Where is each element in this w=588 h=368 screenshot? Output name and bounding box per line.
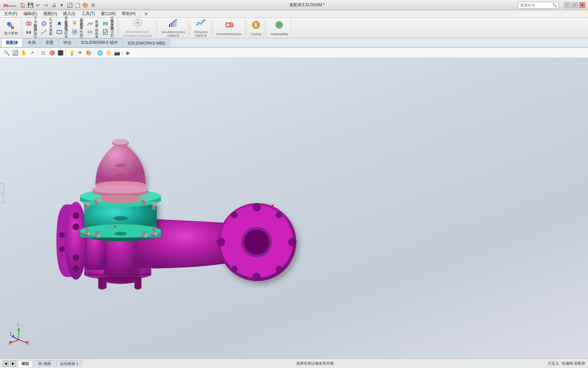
driveworksxpress-label: DriveWorksXpress <box>217 32 242 36</box>
status-tab-motion[interactable]: 运动算例 1 <box>56 360 82 367</box>
view-scene-icon[interactable]: 🌐 <box>96 49 104 57</box>
status-tab-3dview[interactable]: 3D 视图 <box>34 360 55 367</box>
view-more-icon[interactable]: ▶ <box>124 49 132 57</box>
tab-solidworks-mbd[interactable]: SOLIDWORKS MBD <box>123 39 170 47</box>
compare-docs-icon <box>102 20 108 27</box>
svg-point-115 <box>115 232 127 235</box>
window-controls[interactable]: ─ □ ✕ <box>564 2 585 8</box>
section-props-icon <box>56 29 62 35</box>
check-active-doc-button[interactable]: 检查激活的文档 <box>101 28 116 36</box>
check-active-doc-icon <box>102 29 108 35</box>
menu-file[interactable]: 文件(F) <box>1 10 20 17</box>
toolbar-separator-3 <box>157 21 157 35</box>
pan-icon[interactable]: ✋ <box>20 49 27 57</box>
svg-point-7 <box>28 22 31 25</box>
3dexperience-icon <box>133 18 143 30</box>
svg-point-67 <box>276 212 283 218</box>
zoom-icon[interactable]: 🔍 <box>3 49 10 57</box>
home-icon[interactable]: 🏠 <box>19 2 26 9</box>
svg-rect-30 <box>103 30 107 34</box>
rebuild-icon[interactable]: 🔄 <box>66 2 73 9</box>
realview-icon[interactable]: 🔆 <box>105 49 112 57</box>
svg-line-120 <box>10 340 19 343</box>
svg-point-68 <box>276 266 283 273</box>
toolbar-separator-1 <box>22 21 22 35</box>
menu-extra[interactable]: ✕ <box>141 11 151 17</box>
svg-point-114 <box>93 185 149 194</box>
menu-tools[interactable]: 工具(T) <box>79 10 97 17</box>
svg-point-40 <box>204 20 206 21</box>
left-panel-toggle[interactable]: › <box>0 183 4 203</box>
appearance-view-icon[interactable]: 🎨 <box>85 49 92 57</box>
prev-tab-button[interactable]: ◀ <box>3 361 9 367</box>
save-icon[interactable]: 💾 <box>27 2 34 9</box>
svg-rect-28 <box>106 22 108 25</box>
costing-icon[interactable]: $ <box>251 20 261 32</box>
tab-assembly[interactable]: 装配体 <box>1 38 22 47</box>
tab-evaluate[interactable]: 评估 <box>59 38 76 47</box>
minimize-button[interactable]: ─ <box>564 2 570 8</box>
menu-separator <box>140 11 141 17</box>
view-orient-icon[interactable]: 🎯 <box>48 49 56 57</box>
redo-icon[interactable]: ↪ <box>43 2 49 9</box>
svg-marker-127 <box>17 328 20 331</box>
svg-point-55 <box>73 254 79 261</box>
print-icon[interactable]: 🖨 <box>50 2 57 9</box>
3d-viewport[interactable]: › X X Y Z <box>0 58 588 358</box>
driveworksxpress-icon[interactable] <box>224 20 235 32</box>
menu-window[interactable]: 窗口(W) <box>98 10 118 17</box>
options-icon[interactable]: ▼ <box>58 2 65 9</box>
file-props-icon[interactable]: 📋 <box>74 2 81 9</box>
menu-help[interactable]: 帮助(H) <box>119 10 138 17</box>
hole-align-label: 孔对齐 <box>48 18 54 29</box>
floxpress-icon[interactable] <box>196 18 206 30</box>
toolbar-group-driveworksxpress: DriveWorksXpress <box>214 18 245 38</box>
svg-point-108 <box>115 164 126 167</box>
assembly-perf-button[interactable]: 装配体性能评估 <box>71 28 86 36</box>
menu-view[interactable]: 视图(V) <box>41 10 60 17</box>
status-message: 选择实体以修改其外观 <box>83 361 546 366</box>
symmetry-check-button[interactable]: 对称检查 <box>86 28 101 36</box>
3d-model-rendering <box>34 58 341 351</box>
design-example-button[interactable]: 设计算例 <box>3 19 19 37</box>
view-section-icon[interactable]: ⬛ <box>57 49 64 57</box>
svg-point-11 <box>42 21 46 26</box>
toolbar-separator-2 <box>119 21 119 35</box>
simulationxpress-icon[interactable] <box>168 18 178 30</box>
view-sep-4 <box>122 50 123 56</box>
rotate-icon[interactable]: 🔄 <box>11 49 19 57</box>
svg-point-12 <box>43 22 45 25</box>
toolbar-group-sustainability: Sustainability <box>267 18 291 38</box>
close-button[interactable]: ✕ <box>579 2 585 8</box>
svg-point-119 <box>271 205 274 207</box>
toolbar-group-simulationxpress: SimulationXpress分析向导 <box>159 18 188 38</box>
view-select-icon[interactable]: ⊡ <box>40 49 47 57</box>
section-props-button[interactable]: 剖面属性直观 <box>55 28 70 36</box>
options2-icon[interactable]: ⚙ <box>90 2 96 9</box>
undo-icon[interactable]: ↩ <box>35 2 42 9</box>
design-example-label: 设计算例 <box>4 32 18 35</box>
hole-align-button[interactable]: 孔对齐 <box>40 19 55 28</box>
svg-text:X: X <box>8 342 11 345</box>
maximize-button[interactable]: □ <box>572 2 578 8</box>
gap-verify-icon <box>26 29 32 35</box>
svg-point-70 <box>244 230 269 255</box>
tab-layout[interactable]: 布局 <box>23 38 40 47</box>
measure-button[interactable]: 测量 <box>40 28 55 36</box>
display-style-icon[interactable]: 💡 <box>68 49 75 57</box>
gap-verify-button[interactable]: 间隙验证 <box>25 28 40 36</box>
status-bar: ◀ ▶ 模型 3D 视图 运动算例 1 选择实体以修改其外观 欠定义 在编辑 装… <box>0 358 588 368</box>
status-tab-model[interactable]: 模型 <box>18 360 33 367</box>
camera-icon[interactable]: 📷 <box>113 49 121 57</box>
next-tab-button[interactable]: ▶ <box>10 361 16 367</box>
sustainability-icon[interactable] <box>274 20 284 32</box>
svg-point-61 <box>253 203 261 212</box>
hide-show-icon[interactable]: 👁 <box>76 49 84 57</box>
svg-rect-42 <box>227 24 229 26</box>
appearance-icon[interactable]: 🎨 <box>82 2 89 9</box>
tab-solidworks-plugins[interactable]: SOLIDWORKS 插件 <box>76 38 122 47</box>
tab-sketch[interactable]: 草图 <box>41 38 58 47</box>
window-title: 装配体3.SLDASM * <box>99 2 515 8</box>
coordinate-axes: X X Y Z <box>7 321 27 341</box>
arrow-icon[interactable]: ↗ <box>28 49 36 57</box>
